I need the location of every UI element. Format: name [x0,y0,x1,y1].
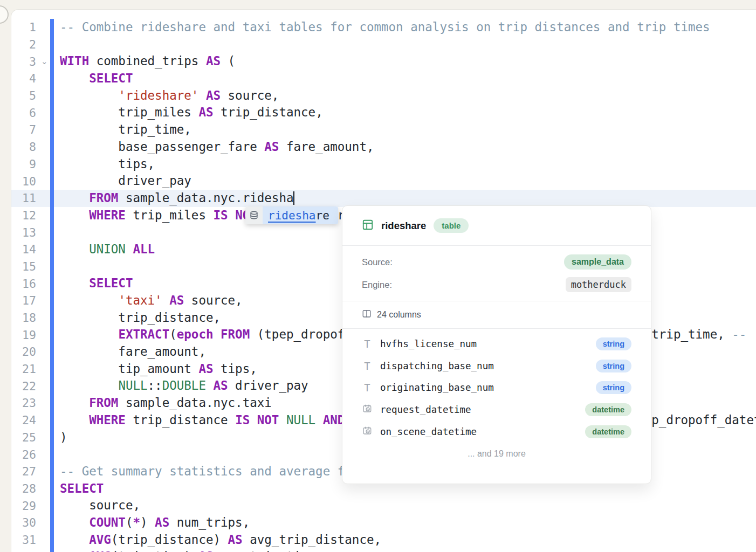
text-type-icon: T [362,382,373,394]
line-number: 4 [11,72,36,85]
line-number: 31 [11,533,36,547]
column-type-badge: datetime [585,425,631,438]
line-number: 6 [11,106,36,120]
line-number: 25 [11,431,36,444]
columns-list: Thvfhs_license_numstringTdispatching_bas… [342,328,651,443]
code-text: AVG(trip_time) AS avg_trip_time, [60,548,323,552]
columns-count-text: 24 columns [377,310,421,320]
line-number: 26 [11,448,36,461]
table-info-row: Engine:motherduck [362,273,631,296]
code-text: tip_amount AS tips, [60,361,257,378]
code-text: source, [60,497,140,514]
info-label: Source: [362,257,393,267]
line-number: 13 [11,226,36,239]
info-label: Engine: [362,280,392,290]
text-type-icon: T [362,338,373,350]
column-row: Toriginating_base_numstring [362,377,631,399]
database-icon [245,206,263,224]
code-line[interactable]: 29 source, [11,497,756,514]
code-line[interactable]: 10 driver_pay [11,172,756,190]
table-info-rows: Source:sample_dataEngine:motherduck [342,246,651,301]
line-number: 32 [11,550,36,552]
table-info-card: rideshare table Source:sample_dataEngine… [342,205,651,484]
code-text: trip_miles AS trip_distance, [60,104,323,121]
code-text: WITH combined_trips AS ( [60,53,235,70]
line-number: 30 [11,516,36,529]
code-line[interactable]: 4 SELECT [11,70,756,87]
code-line[interactable]: 11 FROM sample_data.nyc.ridesha [11,190,756,207]
autocomplete-rest-text: re [316,209,329,222]
line-number: 22 [11,380,36,393]
code-text: AVG(trip_distance) AS avg_trip_distance, [60,532,381,549]
column-name: request_datetime [380,404,578,415]
code-line[interactable]: 6 trip_miles AS trip_distance, [11,104,756,121]
code-text: trip_distance, [60,309,221,327]
table-info-row: Source:sample_data [362,251,631,273]
line-number: 24 [11,413,36,427]
columns-summary: 24 columns [342,301,651,329]
column-type-badge: datetime [585,403,631,416]
line-number: 28 [11,482,36,495]
calendar-clock-icon [362,426,373,438]
code-text: FROM sample_data.nyc.taxi [60,395,272,412]
code-text: SELECT [60,275,133,292]
line-number: 8 [11,140,36,154]
code-line[interactable]: 1-- Combine rideshare and taxi tables fo… [11,19,756,36]
code-line[interactable]: 8 base_passenger_fare AS fare_amount, [11,139,756,156]
columns-icon [362,309,372,321]
code-text: COUNT(*) AS num_trips, [60,514,250,532]
table-type-badge: table [434,218,469,233]
code-line[interactable]: 3⌄WITH combined_trips AS ( [11,53,756,70]
editor-viewport: 1-- Combine rideshare and taxi tables fo… [0,0,756,552]
code-text: tips, [60,156,155,173]
code-line[interactable]: 2 [11,36,756,53]
line-number: 27 [11,465,36,478]
line-number: 15 [11,260,36,273]
code-line[interactable]: 30 COUNT(*) AS num_trips, [11,514,756,532]
line-number: 14 [11,243,36,256]
code-text: 'taxi' AS source, [60,292,243,309]
column-type-badge: string [596,337,631,350]
info-value-badge: sample_data [564,254,631,270]
code-line[interactable]: 5 'rideshare' AS source, [11,87,756,105]
line-number: 9 [11,157,36,171]
code-line[interactable]: 9 tips, [11,156,756,173]
code-text: driver_pay [60,172,191,190]
line-number: 1 [11,20,36,34]
fold-chevron-icon[interactable]: ⌄ [36,57,60,66]
code-text: FROM sample_data.nyc.ridesha [60,190,294,207]
code-text: 'rideshare' AS source, [60,87,279,105]
info-value-badge: motherduck [566,277,631,292]
text-cursor [293,191,294,205]
autocomplete-match-text: ridesha [268,209,316,222]
code-line[interactable]: 7 trip_time, [11,121,756,139]
column-name: on_scene_datetime [380,426,578,437]
calendar-clock-icon [362,404,373,416]
code-text: UNION ALL [60,241,155,258]
code-line[interactable]: 31 AVG(trip_distance) AS avg_trip_distan… [11,532,756,549]
line-number: 10 [11,175,36,188]
line-number: 17 [11,294,36,307]
table-name: rideshare [381,220,426,232]
code-text: fare_amount, [60,343,206,361]
line-number: 16 [11,277,36,291]
line-number: 21 [11,362,36,376]
line-number: 7 [11,123,36,136]
autocomplete-item-rideshare[interactable]: rideshare [263,206,338,224]
line-number: 3 [11,55,36,68]
code-text: ) [60,429,67,446]
line-number: 5 [11,89,36,102]
column-type-badge: string [596,381,631,394]
partial-button[interactable] [0,5,9,24]
line-number: 12 [11,209,36,222]
column-name: dispatching_base_num [380,361,588,371]
line-number: 20 [11,345,36,358]
code-text: trip_time, [60,121,191,139]
line-number: 18 [11,311,36,325]
code-line[interactable]: 32 AVG(trip_time) AS avg_trip_time, [11,548,756,552]
column-type-badge: string [596,360,631,372]
column-name: originating_base_num [380,382,588,393]
column-row: on_scene_datetimedatetime [362,420,631,443]
code-text: base_passenger_fare AS fare_amount, [60,139,374,156]
table-info-header: rideshare table [342,206,651,246]
